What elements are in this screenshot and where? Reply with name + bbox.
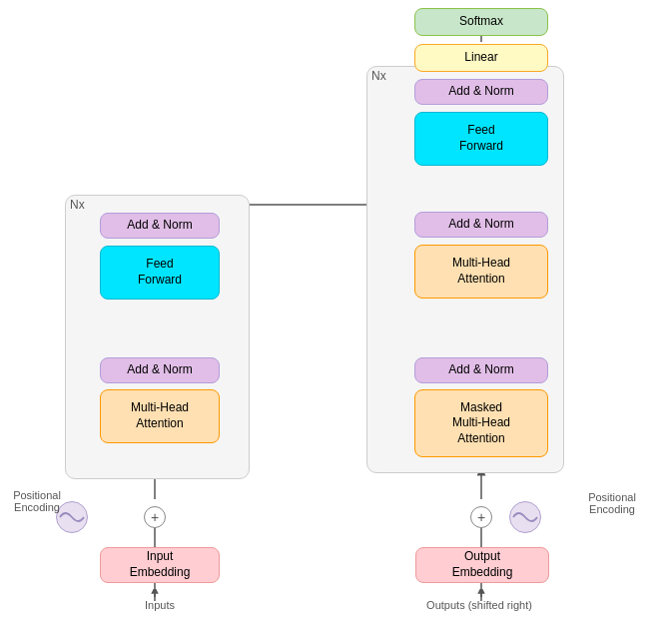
linear-block: Linear <box>414 44 548 72</box>
outputs-arrow <box>474 589 494 605</box>
encoder-addnorm1: Add & Norm <box>100 357 220 383</box>
nx-encoder-label: Nx <box>70 198 85 212</box>
decoder-addnorm1: Add & Norm <box>414 357 548 383</box>
nx-decoder-label: Nx <box>371 69 386 83</box>
softmax-block: Softmax <box>414 8 548 36</box>
decoder-multihead: Multi-HeadAttention <box>414 245 548 299</box>
encoder-addnorm2: Add & Norm <box>100 213 220 239</box>
decoder-addnorm3: Add & Norm <box>414 79 548 105</box>
pos-enc-plus-right: + <box>470 506 492 528</box>
pos-enc-plus-left: + <box>144 506 166 528</box>
output-embedding: OutputEmbedding <box>415 547 549 583</box>
encoder-multihead: Multi-HeadAttention <box>100 389 220 443</box>
transformer-diagram: Nx Nx Add & Norm FeedForward Add & Norm … <box>0 0 672 617</box>
inputs-arrow <box>148 589 168 605</box>
encoder-feedforward: FeedForward <box>100 246 220 300</box>
pos-enc-wave-right <box>509 501 541 533</box>
decoder-addnorm2: Add & Norm <box>414 212 548 238</box>
pos-enc-label-right: Positional Encoding <box>573 491 651 515</box>
decoder-masked-mha: MaskedMulti-HeadAttention <box>414 389 548 457</box>
input-embedding: InputEmbedding <box>100 547 220 583</box>
decoder-feedforward: FeedForward <box>414 112 548 166</box>
pos-enc-label-left: Positional Encoding <box>8 489 66 513</box>
